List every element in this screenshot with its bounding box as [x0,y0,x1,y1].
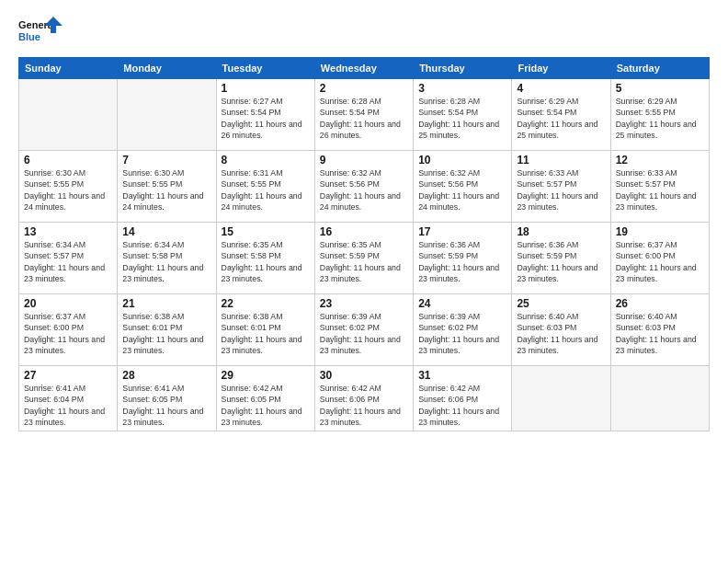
day-number: 5 [616,82,704,95]
day-info: Sunrise: 6:34 AMSunset: 5:58 PMDaylight:… [122,240,203,283]
day-info: Sunrise: 6:35 AMSunset: 5:59 PMDaylight:… [320,240,401,283]
day-info: Sunrise: 6:42 AMSunset: 6:05 PMDaylight:… [222,384,302,427]
day-info: Sunrise: 6:33 AMSunset: 5:57 PMDaylight:… [517,168,597,212]
day-info: Sunrise: 6:38 AMSunset: 6:01 PMDaylight:… [122,312,203,355]
calendar-cell [118,79,216,151]
calendar-cell: 14 Sunrise: 6:34 AMSunset: 5:58 PMDaylig… [118,223,216,294]
day-info: Sunrise: 6:29 AMSunset: 5:55 PMDaylight:… [616,97,697,140]
day-info: Sunrise: 6:40 AMSunset: 6:03 PMDaylight:… [517,312,597,355]
day-number: 1 [222,82,310,95]
day-info: Sunrise: 6:29 AMSunset: 5:54 PMDaylight:… [517,97,597,140]
calendar-cell: 21 Sunrise: 6:38 AMSunset: 6:01 PMDaylig… [118,294,216,366]
calendar-cell: 31 Sunrise: 6:42 AMSunset: 6:06 PMDaylig… [414,366,512,431]
day-info: Sunrise: 6:38 AMSunset: 6:01 PMDaylight:… [222,312,302,355]
day-info: Sunrise: 6:40 AMSunset: 6:03 PMDaylight:… [616,312,697,355]
day-number: 11 [517,154,605,167]
calendar-cell: 8 Sunrise: 6:31 AMSunset: 5:55 PMDayligh… [216,151,314,223]
day-number: 28 [122,369,210,382]
day-info: Sunrise: 6:30 AMSunset: 5:55 PMDaylight:… [122,168,203,212]
day-info: Sunrise: 6:41 AMSunset: 6:04 PMDaylight:… [24,384,105,427]
calendar-cell: 20 Sunrise: 6:37 AMSunset: 6:00 PMDaylig… [19,294,118,366]
day-number: 9 [320,154,408,167]
calendar-cell: 22 Sunrise: 6:38 AMSunset: 6:01 PMDaylig… [216,294,314,366]
day-number: 3 [418,82,506,95]
day-number: 26 [616,297,704,310]
calendar-cell: 19 Sunrise: 6:37 AMSunset: 6:00 PMDaylig… [610,223,709,294]
header: General Blue [18,15,710,48]
calendar-cell: 1 Sunrise: 6:27 AMSunset: 5:54 PMDayligh… [216,79,314,151]
day-number: 31 [418,369,506,382]
day-number: 7 [122,154,210,167]
day-info: Sunrise: 6:39 AMSunset: 6:02 PMDaylight:… [418,312,499,355]
header-saturday: Saturday [610,58,709,79]
calendar-cell: 25 Sunrise: 6:40 AMSunset: 6:03 PMDaylig… [512,294,610,366]
calendar-cell: 27 Sunrise: 6:41 AMSunset: 6:04 PMDaylig… [19,366,118,431]
calendar-cell: 16 Sunrise: 6:35 AMSunset: 5:59 PMDaylig… [314,223,413,294]
day-info: Sunrise: 6:32 AMSunset: 5:56 PMDaylight:… [320,168,401,212]
header-tuesday: Tuesday [216,58,314,79]
day-number: 10 [418,154,506,167]
calendar-cell: 28 Sunrise: 6:41 AMSunset: 6:05 PMDaylig… [118,366,216,431]
calendar-cell: 9 Sunrise: 6:32 AMSunset: 5:56 PMDayligh… [314,151,413,223]
day-info: Sunrise: 6:36 AMSunset: 5:59 PMDaylight:… [517,240,597,283]
header-friday: Friday [512,58,610,79]
calendar-cell: 15 Sunrise: 6:35 AMSunset: 5:58 PMDaylig… [216,223,314,294]
logo-svg: General Blue [18,15,64,48]
day-number: 19 [616,225,704,238]
day-number: 18 [517,225,605,238]
calendar-cell: 3 Sunrise: 6:28 AMSunset: 5:54 PMDayligh… [414,79,512,151]
day-info: Sunrise: 6:35 AMSunset: 5:58 PMDaylight:… [222,240,302,283]
day-info: Sunrise: 6:42 AMSunset: 6:06 PMDaylight:… [418,384,499,427]
day-number: 13 [24,225,112,238]
header-wednesday: Wednesday [314,58,413,79]
calendar-cell: 18 Sunrise: 6:36 AMSunset: 5:59 PMDaylig… [512,223,610,294]
day-info: Sunrise: 6:42 AMSunset: 6:06 PMDaylight:… [320,384,401,427]
day-info: Sunrise: 6:31 AMSunset: 5:55 PMDaylight:… [222,168,302,212]
day-info: Sunrise: 6:37 AMSunset: 6:00 PMDaylight:… [24,312,105,355]
calendar-cell: 11 Sunrise: 6:33 AMSunset: 5:57 PMDaylig… [512,151,610,223]
calendar-cell: 26 Sunrise: 6:40 AMSunset: 6:03 PMDaylig… [610,294,709,366]
day-number: 16 [320,225,408,238]
day-info: Sunrise: 6:27 AMSunset: 5:54 PMDaylight:… [222,97,302,140]
day-number: 4 [517,82,605,95]
day-info: Sunrise: 6:30 AMSunset: 5:55 PMDaylight:… [24,168,105,212]
day-info: Sunrise: 6:33 AMSunset: 5:57 PMDaylight:… [616,168,697,212]
calendar-cell: 10 Sunrise: 6:32 AMSunset: 5:56 PMDaylig… [414,151,512,223]
day-info: Sunrise: 6:36 AMSunset: 5:59 PMDaylight:… [418,240,499,283]
calendar-cell: 23 Sunrise: 6:39 AMSunset: 6:02 PMDaylig… [314,294,413,366]
day-info: Sunrise: 6:28 AMSunset: 5:54 PMDaylight:… [418,97,499,140]
calendar-cell: 4 Sunrise: 6:29 AMSunset: 5:54 PMDayligh… [512,79,610,151]
header-thursday: Thursday [414,58,512,79]
calendar-cell [19,79,118,151]
day-number: 2 [320,82,408,95]
calendar-cell: 24 Sunrise: 6:39 AMSunset: 6:02 PMDaylig… [414,294,512,366]
day-number: 20 [24,297,112,310]
day-info: Sunrise: 6:37 AMSunset: 6:00 PMDaylight:… [616,240,697,283]
day-number: 22 [222,297,310,310]
calendar-cell: 13 Sunrise: 6:34 AMSunset: 5:57 PMDaylig… [19,223,118,294]
calendar-cell: 6 Sunrise: 6:30 AMSunset: 5:55 PMDayligh… [19,151,118,223]
calendar-cell: 29 Sunrise: 6:42 AMSunset: 6:05 PMDaylig… [216,366,314,431]
header-monday: Monday [118,58,216,79]
header-sunday: Sunday [19,58,118,79]
calendar-cell: 12 Sunrise: 6:33 AMSunset: 5:57 PMDaylig… [610,151,709,223]
day-info: Sunrise: 6:39 AMSunset: 6:02 PMDaylight:… [320,312,401,355]
day-number: 30 [320,369,408,382]
day-number: 15 [222,225,310,238]
day-number: 12 [616,154,704,167]
logo: General Blue [18,15,64,48]
svg-text:Blue: Blue [18,31,40,42]
calendar-cell: 5 Sunrise: 6:29 AMSunset: 5:55 PMDayligh… [610,79,709,151]
day-info: Sunrise: 6:32 AMSunset: 5:56 PMDaylight:… [418,168,499,212]
weekday-header-row: Sunday Monday Tuesday Wednesday Thursday… [19,58,710,79]
calendar-cell: 7 Sunrise: 6:30 AMSunset: 5:55 PMDayligh… [118,151,216,223]
day-info: Sunrise: 6:41 AMSunset: 6:05 PMDaylight:… [122,384,203,427]
day-number: 24 [418,297,506,310]
day-number: 29 [222,369,310,382]
calendar-cell: 30 Sunrise: 6:42 AMSunset: 6:06 PMDaylig… [314,366,413,431]
calendar-cell [610,366,709,431]
day-number: 25 [517,297,605,310]
calendar-cell [512,366,610,431]
calendar-cell: 2 Sunrise: 6:28 AMSunset: 5:54 PMDayligh… [314,79,413,151]
day-number: 23 [320,297,408,310]
